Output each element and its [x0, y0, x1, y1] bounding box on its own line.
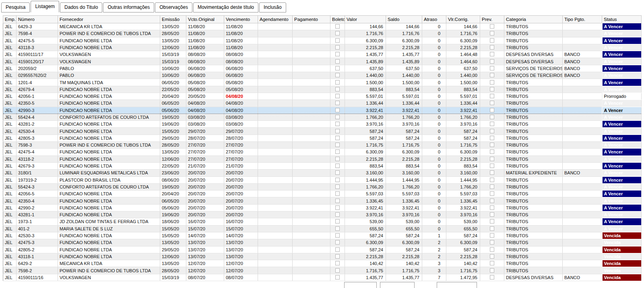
- tab-outras-informacoes[interactable]: Outras informações: [103, 2, 154, 12]
- column-header-status[interactable]: Status: [602, 16, 642, 23]
- table-row[interactable]: JEL42056-1FUNDICAO NOBRE LTDA20/04/2020/…: [3, 93, 642, 99]
- prev-checkbox[interactable]: [490, 45, 494, 50]
- prev-checkbox[interactable]: [490, 38, 494, 43]
- column-header-emp[interactable]: Emp.: [3, 16, 17, 23]
- table-row[interactable]: JEL3180/1LUMINAR ESQUADRIAS METALICAS LT…: [3, 170, 642, 176]
- tab-dados-do-titulo[interactable]: Dados do Titulo: [60, 2, 102, 12]
- table-row[interactable]: JEL43281-2FUNDICAO NOBRE LTDA19/06/2003/…: [3, 121, 642, 128]
- boleto-checkbox[interactable]: [335, 205, 340, 210]
- prev-checkbox[interactable]: [490, 191, 494, 196]
- column-header-prev[interactable]: Prev.: [480, 16, 504, 23]
- prev-checkbox[interactable]: [490, 157, 494, 161]
- boleto-checkbox[interactable]: [335, 157, 340, 161]
- boleto-checkbox[interactable]: [335, 66, 340, 70]
- boleto-checkbox[interactable]: [335, 199, 340, 203]
- table-row[interactable]: JEL41590111/16VOLKSWAGEN15/03/1908/07/20…: [3, 274, 642, 281]
- boleto-checkbox[interactable]: [335, 31, 340, 35]
- table-row[interactable]: JEL42475-5FUNDICAO NOBRE LTDA13/05/2011/…: [3, 37, 642, 44]
- boleto-checkbox[interactable]: [335, 38, 340, 43]
- boleto-checkbox[interactable]: [335, 233, 340, 238]
- table-row[interactable]: JEL7598-3POWER IND E COMERCIO DE TUBOS L…: [3, 142, 642, 149]
- prev-checkbox[interactable]: [490, 136, 494, 140]
- prev-checkbox[interactable]: [490, 226, 494, 231]
- table-row[interactable]: JEL7598-2POWER IND E COMERCIO DE TUBOS L…: [3, 267, 642, 274]
- prev-checkbox[interactable]: [490, 59, 494, 64]
- table-row[interactable]: JEL42990-3FUNDICAO NOBRE LTDA05/06/2004/…: [3, 107, 642, 114]
- prev-checkbox[interactable]: [490, 268, 494, 273]
- table-row[interactable]: JEL202059/2PABLO10/06/2006/08/2006/08/20…: [3, 65, 642, 72]
- boleto-checkbox[interactable]: [335, 268, 340, 273]
- boleto-checkbox[interactable]: [335, 59, 340, 64]
- tab-listagem[interactable]: Listagem: [31, 1, 59, 12]
- boleto-checkbox[interactable]: [335, 170, 340, 175]
- column-header-saldo[interactable]: Saldo: [386, 16, 422, 23]
- table-row[interactable]: JEL43118-1FUNDICAO NOBRE LTDA12/06/2013/…: [3, 253, 642, 260]
- table-row[interactable]: JEL43281-1FUNDICAO NOBRE LTDA19/06/2020/…: [3, 211, 642, 218]
- prev-checkbox[interactable]: [490, 24, 494, 29]
- prev-checkbox[interactable]: [490, 205, 494, 210]
- prev-checkbox[interactable]: [490, 115, 494, 119]
- boleto-checkbox[interactable]: [335, 52, 340, 56]
- boleto-checkbox[interactable]: [335, 73, 340, 77]
- table-row[interactable]: JEL42350-5FUNDICAO NOBRE LTDA06/05/2004/…: [3, 100, 642, 107]
- column-header-numero[interactable]: Número: [17, 16, 58, 23]
- prev-checkbox[interactable]: [490, 240, 494, 244]
- boleto-checkbox[interactable]: [335, 219, 340, 224]
- prev-checkbox[interactable]: [490, 184, 494, 189]
- table-row[interactable]: JEL197319-2PLASTCOR DO BRASIL LTDA08/06/…: [3, 176, 642, 183]
- boleto-checkbox[interactable]: [335, 108, 340, 112]
- column-header-vcto_original[interactable]: Vcto.Original: [186, 16, 224, 23]
- column-header-categoria[interactable]: Categoria: [504, 16, 563, 23]
- table-row[interactable]: JEL41590111/17VOLKSWAGEN15/03/1908/08/20…: [3, 51, 642, 58]
- column-header-agendamento[interactable]: Agendamento: [258, 16, 293, 23]
- boleto-checkbox[interactable]: [335, 191, 340, 196]
- tab-pesquisa[interactable]: Pesquisa: [1, 2, 30, 12]
- prev-checkbox[interactable]: [490, 73, 494, 77]
- table-row[interactable]: JEL6429-2MECANICA KR LTDA13/05/2012/07/2…: [3, 260, 642, 267]
- boleto-checkbox[interactable]: [335, 24, 340, 29]
- prev-checkbox[interactable]: [490, 261, 494, 265]
- boleto-checkbox[interactable]: [335, 184, 340, 189]
- column-header-atraso[interactable]: Atraso: [422, 16, 446, 23]
- prev-checkbox[interactable]: [490, 122, 494, 126]
- table-row[interactable]: JEL42530-3FUNDICAO NOBRE LTDA15/05/2014/…: [3, 232, 642, 239]
- column-header-valor[interactable]: Valor: [345, 16, 386, 23]
- column-header-pagamento[interactable]: Pagamento: [293, 16, 330, 23]
- table-row[interactable]: JEL41590120/17VOLKSWAGEN15/03/1908/08/20…: [3, 58, 642, 65]
- boleto-checkbox[interactable]: [335, 115, 340, 119]
- table-row[interactable]: JEL1973-1JD ZOLDAN COM TINTAS E FERRAG L…: [3, 218, 642, 225]
- boleto-checkbox[interactable]: [335, 136, 340, 140]
- prev-checkbox[interactable]: [490, 66, 494, 70]
- boleto-checkbox[interactable]: [335, 212, 340, 217]
- prev-checkbox[interactable]: [490, 143, 494, 147]
- table-row[interactable]: JEL7598-4POWER IND E COMERCIO DE TUBOS L…: [3, 30, 642, 37]
- table-row[interactable]: JEL42805-2FUNDICAO NOBRE LTDA29/05/2013/…: [3, 246, 642, 253]
- column-header-fornecedor[interactable]: Fornecedor: [58, 16, 160, 23]
- prev-checkbox[interactable]: [490, 52, 494, 56]
- tab-inclusao[interactable]: Inclusão: [259, 2, 286, 12]
- table-row[interactable]: JEL55424-4CONFORTO ARTEFATOS DE COURO LT…: [3, 114, 642, 120]
- boleto-checkbox[interactable]: [335, 149, 340, 154]
- table-row[interactable]: JEL42805-3FUNDICAO NOBRE LTDA29/05/2028/…: [3, 135, 642, 141]
- boleto-checkbox[interactable]: [335, 275, 340, 280]
- boleto-checkbox[interactable]: [335, 240, 340, 244]
- prev-checkbox[interactable]: [490, 247, 494, 252]
- boleto-checkbox[interactable]: [335, 45, 340, 50]
- boleto-checkbox[interactable]: [335, 80, 340, 85]
- prev-checkbox[interactable]: [490, 233, 494, 238]
- column-header-emissao[interactable]: Emissão: [160, 16, 186, 23]
- prev-checkbox[interactable]: [490, 101, 494, 105]
- prev-checkbox[interactable]: [490, 80, 494, 85]
- table-row[interactable]: JEL42679-3FUNDICAO NOBRE LTDA22/05/2021/…: [3, 162, 642, 169]
- prev-checkbox[interactable]: [490, 212, 494, 217]
- prev-checkbox[interactable]: [490, 170, 494, 175]
- boleto-checkbox[interactable]: [335, 143, 340, 147]
- table-row[interactable]: JEL55424-3CONFORTO ARTEFATOS DE COURO LT…: [3, 183, 642, 190]
- prev-checkbox[interactable]: [490, 87, 494, 91]
- table-row[interactable]: JEL0295557620/2PABLO10/06/2006/08/2006/0…: [3, 72, 642, 79]
- column-header-vencimento[interactable]: Vencimento: [224, 16, 258, 23]
- prev-checkbox[interactable]: [490, 164, 494, 168]
- table-row[interactable]: JEL42530-4FUNDICAO NOBRE LTDA15/05/2029/…: [3, 128, 642, 135]
- column-header-vlr_corrig[interactable]: Vlr.Corrig.: [446, 16, 480, 23]
- prev-checkbox[interactable]: [490, 199, 494, 203]
